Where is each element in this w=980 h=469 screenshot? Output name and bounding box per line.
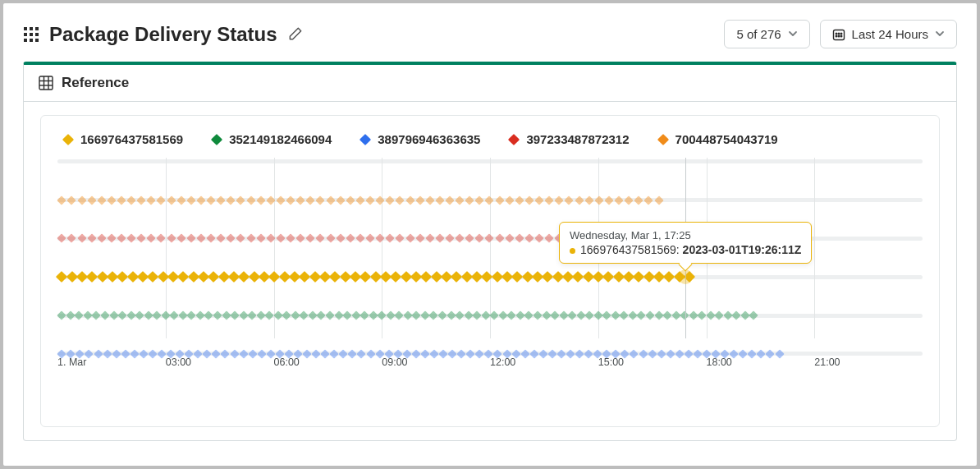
timerange-button[interactable]: Last 24 Hours xyxy=(820,20,957,48)
x-axis: 1. Mar03:0006:0009:0012:0015:0018:0021:0… xyxy=(57,355,923,371)
tooltip-value: 2023-03-01T19:26:11Z xyxy=(683,243,802,256)
svg-rect-5 xyxy=(35,33,39,36)
svg-rect-8 xyxy=(35,39,39,42)
svg-rect-2 xyxy=(35,27,39,30)
svg-point-15 xyxy=(840,35,842,37)
page-title: Package Delivery Status xyxy=(49,23,277,46)
legend-label: 700448754043719 xyxy=(675,132,778,146)
tooltip-marker xyxy=(570,248,575,254)
page-header: Package Delivery Status 5 of 276 Last 24… xyxy=(23,20,957,48)
legend-marker xyxy=(62,133,74,145)
legend-label: 389796946363635 xyxy=(378,132,480,146)
pager-button[interactable]: 5 of 276 xyxy=(724,20,809,48)
x-tick-label: 18:00 xyxy=(707,356,732,368)
x-tick-label: 09:00 xyxy=(382,356,407,368)
legend: 1669764375815693521491824660943897969463… xyxy=(57,132,923,146)
legend-label: 397233487872312 xyxy=(526,132,629,146)
legend-item[interactable]: 352149182466094 xyxy=(213,132,332,146)
legend-item[interactable]: 389796946363635 xyxy=(361,132,480,146)
svg-rect-0 xyxy=(24,27,27,30)
plot-area[interactable]: Wednesday, Mar 1, 17:25166976437581569: … xyxy=(57,158,923,371)
x-tick-label: 06:00 xyxy=(274,356,300,368)
x-tick-label: 1. Mar xyxy=(57,356,86,368)
svg-rect-6 xyxy=(24,39,27,42)
svg-rect-1 xyxy=(30,27,33,30)
legend-item[interactable]: 166976437581569 xyxy=(64,132,183,146)
tooltip-series-label: 166976437581569: xyxy=(580,243,683,256)
svg-rect-4 xyxy=(30,33,33,36)
table-icon xyxy=(39,76,53,90)
edit-icon[interactable] xyxy=(287,25,305,44)
svg-rect-16 xyxy=(39,76,53,90)
legend-marker xyxy=(359,133,371,145)
calendar-icon xyxy=(832,28,845,41)
legend-item[interactable]: 700448754043719 xyxy=(659,132,778,146)
panel-body: 1669764375815693521491824660943897969463… xyxy=(24,102,956,440)
panel-header: Reference xyxy=(24,65,956,102)
tooltip-title: Wednesday, Mar 1, 17:25 xyxy=(570,229,801,241)
x-tick-label: 15:00 xyxy=(598,356,624,368)
legend-marker xyxy=(657,133,668,145)
svg-rect-3 xyxy=(24,33,27,36)
legend-label: 352149182466094 xyxy=(229,132,332,146)
legend-marker xyxy=(211,133,222,145)
legend-item[interactable]: 397233487872312 xyxy=(510,132,629,146)
panel: Reference 166976437581569352149182466094… xyxy=(23,62,957,441)
pager-label: 5 of 276 xyxy=(736,27,781,41)
svg-point-14 xyxy=(838,35,840,37)
chart[interactable]: 1669764375815693521491824660943897969463… xyxy=(40,115,940,427)
panel-title: Reference xyxy=(62,75,129,91)
legend-label: 166976437581569 xyxy=(80,132,183,146)
svg-point-11 xyxy=(838,33,840,34)
chevron-down-icon xyxy=(788,27,798,41)
timerange-label: Last 24 Hours xyxy=(852,27,928,41)
svg-rect-7 xyxy=(30,39,33,42)
svg-point-13 xyxy=(836,35,837,37)
x-tick-label: 12:00 xyxy=(490,356,515,368)
legend-marker xyxy=(508,133,520,145)
dashboard-icon xyxy=(23,26,39,43)
tooltip: Wednesday, Mar 1, 17:25166976437581569: … xyxy=(559,222,812,264)
x-tick-label: 21:00 xyxy=(814,356,840,368)
svg-point-10 xyxy=(836,33,837,34)
app-root: Package Delivery Status 5 of 276 Last 24… xyxy=(3,3,977,466)
x-tick-label: 03:00 xyxy=(166,356,191,368)
chevron-down-icon xyxy=(935,27,945,41)
svg-point-12 xyxy=(840,33,842,34)
